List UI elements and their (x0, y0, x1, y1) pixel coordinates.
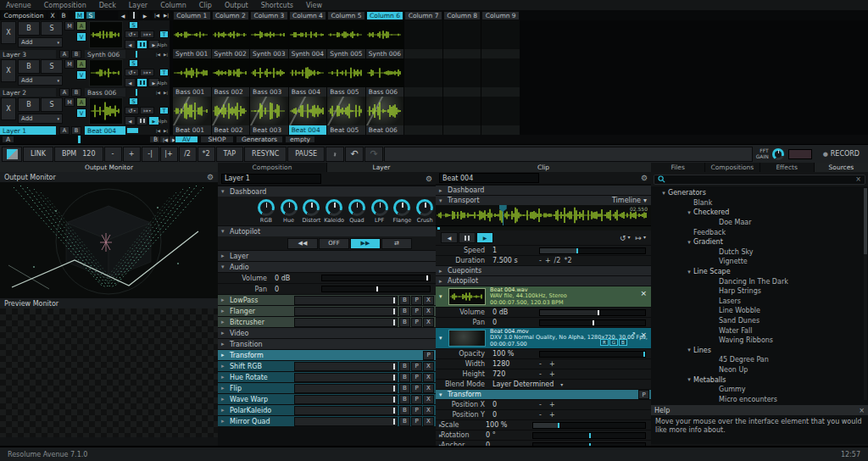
clip-cell-empty[interactable] (443, 20, 481, 58)
layer-prev-button[interactable]: ◀ (125, 40, 136, 49)
layer-pan-slider[interactable] (321, 286, 431, 292)
autopilot---button[interactable]: ◀◀ (287, 238, 318, 249)
layer-clip-thumbnail[interactable] (89, 97, 123, 125)
play-direction-dropdown[interactable]: ↦▾ (140, 69, 154, 76)
clip-cell-empty[interactable] (481, 58, 520, 97)
chevron-down-icon[interactable]: ▾ (554, 381, 563, 387)
autopilot---button[interactable]: ▶▶ (350, 238, 381, 249)
clip-cell-beat-006[interactable]: Beat 006 (366, 97, 404, 135)
clip-position-bar[interactable] (127, 126, 154, 135)
tree-item-blank[interactable]: Blank (651, 198, 868, 208)
clip-waveform[interactable]: 02.550 (436, 205, 651, 225)
dashboard-knob-flange[interactable]: Flange (392, 199, 414, 224)
transform-p-button[interactable]: P (638, 390, 649, 399)
fft-gain-knob[interactable] (772, 148, 784, 160)
effect-x-button[interactable]: X (423, 373, 434, 382)
duration--2-button[interactable]: /2 (554, 257, 561, 264)
column-header-6[interactable]: Column 6 (366, 11, 404, 20)
tab-files[interactable]: Files (651, 163, 704, 172)
layer-v-button[interactable]: V (76, 70, 86, 80)
layer-v-button[interactable]: V (76, 32, 86, 42)
autopilot-shuffle-button[interactable]: ⇄ (381, 238, 412, 249)
section-cuepoints[interactable]: ▸Cuepoints (436, 265, 651, 275)
clip-position-bar[interactable] (127, 88, 154, 97)
layer-clip-thumbnail[interactable] (89, 21, 123, 48)
dashboard-knob-kaleido[interactable]: Kaleido (323, 199, 345, 224)
rotation-slider[interactable] (532, 432, 646, 439)
crossfade-b-button[interactable]: B (71, 126, 81, 135)
skip-start-icon[interactable]: |◀ (153, 11, 161, 19)
layer-close-button[interactable]: X (1, 59, 16, 82)
clip-cell-beat-004[interactable]: Beat 004 (289, 97, 327, 135)
audio-visual-mode-icon[interactable] (2, 147, 22, 162)
posy-minus[interactable]: - (539, 411, 542, 419)
crossfade-b-button[interactable]: B (71, 88, 81, 97)
section-dashboard[interactable]: ▾Dashboard (218, 186, 436, 197)
tree-item-line-wobble[interactable]: Line Wobble (651, 306, 868, 316)
section-layer[interactable]: ▸Layer (218, 250, 436, 261)
effect-x-button[interactable]: X (423, 417, 434, 426)
width-minus[interactable]: - (539, 360, 542, 368)
effect-b-button[interactable]: B (399, 307, 410, 316)
crossfade-a-button[interactable]: A (59, 88, 70, 97)
height-minus[interactable]: - (539, 370, 542, 378)
dashboard-knob-rgb[interactable]: RGB (255, 199, 277, 224)
tree-item-vignette[interactable]: Vignette (651, 257, 868, 267)
column-header-2[interactable]: Column 2 (212, 11, 250, 20)
section-clip-dashboard[interactable]: ▸Dashboard (436, 185, 651, 195)
loop-mode-dropdown[interactable]: ↺▾ (125, 107, 139, 114)
deck-tab-empty[interactable]: empty (285, 136, 315, 143)
layer-bypass-button[interactable]: B (18, 21, 40, 36)
effect-row-flanger[interactable]: ▸FlangerBPX (218, 305, 436, 316)
effect-row-lowpass[interactable]: ▸LowPassBPX (218, 294, 436, 305)
effect-b-button[interactable]: B (399, 384, 410, 393)
clip-cell-beat-003[interactable]: Beat 003 (250, 97, 288, 135)
record-button[interactable]: ●RECORD (816, 147, 868, 162)
link-button[interactable]: LINK (23, 147, 53, 162)
pause-button[interactable]: PAUSE (287, 147, 325, 162)
section-transport[interactable]: ▾TransportTimeline▾ (436, 195, 651, 205)
tab-compositions[interactable]: Compositions (705, 163, 759, 172)
layer-t-button[interactable]: T (159, 31, 169, 38)
tab-composition[interactable]: Composition (218, 163, 326, 172)
crossfade-b-button[interactable]: B (71, 50, 81, 58)
blend-mode-dropdown[interactable]: Add▾ (18, 114, 63, 124)
loop-mode-dropdown[interactable]: ↺▾ (125, 69, 139, 76)
tempo--2-button[interactable]: /2 (179, 147, 197, 162)
crossfade-a-button[interactable]: A (59, 126, 70, 135)
skip-end-icon[interactable]: ▶| (164, 127, 170, 135)
layer-a-button[interactable]: A (76, 59, 86, 69)
tree-item-neon-up[interactable]: Neon Up (651, 365, 868, 375)
scrub-bar[interactable] (436, 225, 651, 230)
clip-play-button[interactable]: ▶ (476, 232, 493, 243)
effect-row-mirror-quad[interactable]: ▸Mirror QuadBPX (218, 415, 436, 426)
tree-item-gummy[interactable]: Gummy (651, 385, 868, 395)
effect-x-button[interactable]: X (423, 406, 434, 415)
dashboard-knob-quad[interactable]: Quad (346, 199, 368, 224)
effect-p-button[interactable]: P (411, 307, 422, 316)
section-audio[interactable]: ▾Audio (218, 261, 436, 272)
layer-name-label[interactable]: Layer 1 (0, 126, 56, 135)
layer-prev-button[interactable]: ◀ (125, 116, 136, 125)
scrollbar[interactable] (864, 188, 867, 400)
composition-close-button[interactable]: X (47, 11, 58, 19)
clip-cell-bass-004[interactable]: Bass 004 (289, 58, 327, 97)
effect-b-button[interactable]: B (399, 362, 410, 371)
duration--2-button[interactable]: *2 (564, 257, 571, 264)
menu-item-layer[interactable]: Layer (129, 2, 147, 9)
layer-t-button[interactable]: T (159, 107, 169, 114)
clip-volume-slider[interactable] (539, 309, 646, 316)
composition-bypass-button[interactable]: B (58, 11, 69, 19)
section-autopilot[interactable]: ▾Autopilot (218, 225, 436, 236)
clip-cell-empty[interactable] (443, 97, 481, 135)
skip-end-icon[interactable]: ▶| (164, 89, 170, 97)
clip-cell-beat-001[interactable]: Beat 001 (173, 97, 211, 135)
tree-item-generators[interactable]: ▾Generators (651, 188, 868, 198)
tempo---button[interactable]: -| (142, 147, 159, 162)
layer-m-button[interactable]: M (64, 97, 75, 107)
autopilot-off-button[interactable]: OFF (319, 238, 349, 249)
clip-cell-empty[interactable] (481, 97, 520, 135)
layer-v-button[interactable]: V (76, 108, 86, 118)
dashboard-knob-crush[interactable]: Crush (414, 199, 436, 224)
menu-item-column[interactable]: Column (160, 2, 186, 9)
